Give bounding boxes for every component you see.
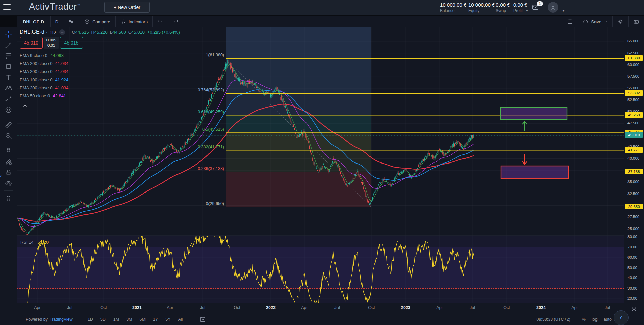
sell-price-button[interactable]: 45.010 <box>20 37 43 49</box>
user-avatar[interactable] <box>548 2 558 13</box>
price-tick: 40.000 <box>627 156 639 160</box>
stat-balance: 10 000.00 €Balance <box>440 2 466 13</box>
account-menu-caret[interactable]: ▼ <box>562 9 565 12</box>
shapes-tool[interactable] <box>3 61 14 71</box>
price-tick: 57.500 <box>627 74 639 78</box>
spread-box: 0.005 0.01 <box>44 37 59 49</box>
range-5d-button[interactable]: 5D <box>100 317 106 322</box>
indicators-button[interactable]: Indicators <box>116 16 152 27</box>
fiblines-icon <box>5 52 12 60</box>
axis-settings-gear-icon[interactable] <box>631 305 637 312</box>
main-menu-button[interactable] <box>3 4 11 10</box>
range-all-button[interactable]: All <box>178 317 183 322</box>
profit-dropdown-caret[interactable]: ▼ <box>525 9 529 12</box>
indicator-row[interactable]: EMA 200 close 041.034 <box>20 67 180 76</box>
rsi-legend: RSI 14 65.20 <box>20 240 49 245</box>
time-tick-Oct: Oct <box>361 305 382 310</box>
rsi-tick: 40.00 <box>627 276 637 280</box>
indicator-row[interactable]: EMA 200 close 041.034 <box>20 59 180 67</box>
chart-style-button[interactable] <box>63 16 79 27</box>
percent-scale-button[interactable]: % <box>582 317 586 322</box>
chart-settings-button[interactable] <box>613 16 628 27</box>
symbol-search-button[interactable]: DHL.GE-D <box>17 16 50 27</box>
time-tick-Apr: Apr <box>27 305 47 310</box>
fib-level-label-0.236: 0.236(37.138) <box>170 166 224 171</box>
forecast-tool[interactable] <box>3 94 14 104</box>
xabcd-pattern-tool[interactable] <box>3 83 14 93</box>
lock-all-drawings-tool[interactable] <box>3 167 14 177</box>
indicator-row[interactable]: EMA 50 close 042.841 <box>20 92 180 100</box>
chart-plot-area[interactable]: DHL.GE-d · 1D O44.615H45.220L44.500C45.0… <box>17 27 624 303</box>
fx-indicators-icon <box>120 19 126 25</box>
price-tick: 60.000 <box>627 63 639 67</box>
price-axis[interactable]: 65.00062.50060.00057.50055.00052.50050.0… <box>624 27 644 313</box>
candlestick-style-icon <box>68 19 74 25</box>
range-5y-button[interactable]: 5Y <box>165 317 170 322</box>
interval-button[interactable]: D <box>51 16 63 27</box>
range-1m-button[interactable]: 1M <box>113 317 119 322</box>
text-tool[interactable] <box>3 72 14 82</box>
stat-swap: 0.00 €Swap <box>496 2 510 13</box>
indicator-value: 42.841 <box>53 93 66 98</box>
time-tick-Jul: Jul <box>193 305 213 310</box>
remove-all-drawings-tool[interactable] <box>3 193 14 203</box>
current-price-badge: 45.010 <box>625 132 643 138</box>
price-tick: 25.000 <box>627 227 639 231</box>
price-tick: 52.500 <box>627 98 639 102</box>
legend-minimize-button[interactable] <box>59 29 65 35</box>
emoji-icon <box>5 106 12 114</box>
indicator-row[interactable]: EMA 100 close 041.924 <box>20 76 180 84</box>
time-tick-Oct: Oct <box>496 305 517 310</box>
indicator-label: EMA 9 close 0 <box>20 53 47 58</box>
texttool-icon <box>5 73 12 81</box>
rsi-tick: 70.00 <box>627 245 637 249</box>
legend-collapse-button[interactable] <box>20 102 30 109</box>
range-1y-button[interactable]: 1Y <box>153 317 158 322</box>
indicator-row[interactable]: EMA 9 close 044.098 <box>20 51 180 59</box>
compare-button[interactable]: Compare <box>79 16 115 27</box>
time-axis[interactable]: AprJulOct2021AprJulOct2022AprJulOct2023A… <box>17 303 624 313</box>
emoji-tool[interactable] <box>3 105 14 115</box>
magnet-mode-tool[interactable] <box>3 146 14 156</box>
zoom-in-tool[interactable] <box>3 130 14 141</box>
undo-icon <box>157 19 163 25</box>
left-panel-expander[interactable]: › <box>0 171 4 179</box>
range-6m-button[interactable]: 6M <box>140 317 146 322</box>
powered-by-label: Powered by <box>26 317 48 322</box>
symbol-title[interactable]: DHL.GE-d <box>20 29 44 35</box>
rsi-tick: 50.00 <box>627 266 637 270</box>
ohlc-letter: C <box>128 30 131 35</box>
auto-scale-button[interactable]: auto <box>604 317 612 322</box>
log-scale-button[interactable]: log <box>592 317 598 322</box>
indicator-label: EMA 50 close 0 <box>20 93 50 98</box>
hide-all-drawings-tool[interactable] <box>3 178 14 188</box>
price-tick: 47.500 <box>627 121 639 125</box>
layout-square-icon <box>567 19 573 25</box>
snapshot-button[interactable] <box>629 16 644 27</box>
tradingview-link[interactable]: TradingView <box>50 317 73 322</box>
ohlc-number: 45.010 <box>131 30 145 35</box>
new-order-button[interactable]: + New Order <box>104 2 150 13</box>
time-tick-Apr: Apr <box>565 305 585 310</box>
ohlc-number: 44.500 <box>112 30 126 35</box>
go-to-date-button[interactable] <box>199 316 206 323</box>
indicator-row[interactable]: EMA 200 close 041.034 <box>20 84 180 92</box>
layout-button[interactable] <box>562 16 578 27</box>
range-1d-button[interactable]: 1D <box>88 317 93 322</box>
stay-in-drawing-mode-tool[interactable] <box>3 156 14 167</box>
buy-price-button[interactable]: 45.015 <box>60 37 83 49</box>
fib-retracement-tool[interactable] <box>3 51 14 61</box>
price-tick: 55.000 <box>627 86 639 90</box>
crosshair-tool[interactable] <box>3 29 14 39</box>
top-bar: ActivTrader™ + New Order 10 000.00 €Bala… <box>0 0 644 15</box>
undo-button[interactable] <box>153 16 168 27</box>
save-layout-button[interactable]: Save <box>578 16 612 27</box>
collapse-side-panel-button[interactable]: ‹ <box>614 310 629 325</box>
chart-legend: DHL.GE-d · 1D O44.615H45.220L44.500C45.0… <box>20 29 180 109</box>
time-tick-Jul: Jul <box>60 305 80 310</box>
redo-button[interactable] <box>168 16 184 27</box>
measure-tool[interactable] <box>3 120 14 130</box>
trendline-tool[interactable] <box>3 40 14 50</box>
change-value: +0.285 (+0.64%) <box>147 30 180 35</box>
range-3m-button[interactable]: 3M <box>126 317 132 322</box>
